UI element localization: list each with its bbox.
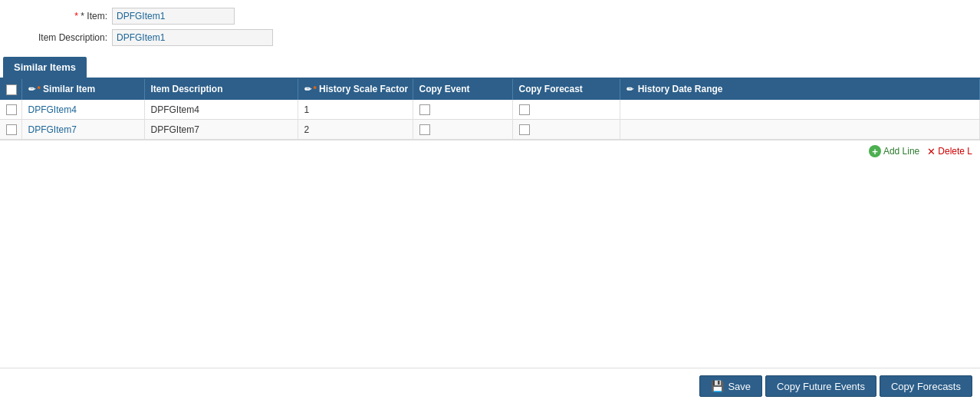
item-row: * * Item:	[15, 8, 965, 25]
pencil-icon-history: ✏	[304, 84, 311, 94]
similar-items-table-wrapper: ✏* Similar Item Item Description ✏* Hist…	[0, 78, 980, 140]
copy-forecasts-label: Copy Forecasts	[891, 381, 961, 392]
save-button[interactable]: 💾 Save	[699, 375, 762, 397]
add-icon: +	[869, 145, 881, 157]
col-header-history-date: ✏ History Date Range	[620, 79, 980, 100]
row-checkbox-cell	[0, 120, 21, 140]
copy-forecast-checkbox-0[interactable]	[519, 104, 530, 115]
form-area: * * Item: Item Description:	[0, 0, 980, 57]
col-header-history-scale: ✏* History Scale Factor	[298, 79, 413, 100]
delete-button[interactable]: ✕ Delete L	[927, 146, 972, 157]
item-label: * * Item:	[15, 11, 107, 21]
row-copy-forecast	[512, 100, 620, 120]
row-history-scale-factor: 1	[298, 100, 413, 120]
similar-item-link-0[interactable]: DPFGItem4	[28, 104, 77, 115]
delete-x-icon: ✕	[927, 146, 936, 157]
similar-item-link-1[interactable]: DPFGItem7	[28, 124, 77, 135]
item-desc-input[interactable]	[112, 29, 273, 46]
item-input[interactable]	[112, 8, 235, 25]
item-label-text: * Item:	[81, 11, 107, 21]
delete-label: Delete L	[938, 146, 972, 157]
col-header-copy-event: Copy Event	[413, 79, 512, 100]
pencil-icon-similar: ✏	[28, 84, 35, 94]
table-row: DPFGItem7DPFGItem72	[0, 120, 980, 140]
row-copy-forecast	[512, 120, 620, 140]
copy-future-events-label: Copy Future Events	[777, 381, 865, 392]
col-header-similar-item: ✏* Similar Item	[21, 79, 144, 100]
row-history-scale-factor: 2	[298, 120, 413, 140]
separator-line	[0, 368, 980, 368]
save-icon: 💾	[711, 380, 724, 392]
col-header-item-desc: Item Description	[144, 79, 298, 100]
table-header-row: ✏* Similar Item Item Description ✏* Hist…	[0, 79, 980, 100]
item-desc-label: Item Description:	[15, 32, 107, 43]
add-delete-bar: + Add Line ✕ Delete L	[0, 140, 980, 162]
row-checkbox-0[interactable]	[6, 104, 17, 115]
copy-event-checkbox-0[interactable]	[419, 104, 430, 115]
row-copy-event	[413, 100, 512, 120]
similar-items-section: Similar Items ✏* Similar Item Item Descr…	[0, 57, 980, 162]
row-checkbox-cell	[0, 100, 21, 120]
footer-bar: 💾 Save Copy Future Events Copy Forecasts	[692, 369, 980, 403]
row-copy-event	[413, 120, 512, 140]
row-item-desc: DPFGItem4	[144, 100, 298, 120]
table-row: DPFGItem4DPFGItem41	[0, 100, 980, 120]
row-similar-item: DPFGItem7	[21, 120, 144, 140]
copy-forecasts-button[interactable]: Copy Forecasts	[880, 375, 972, 397]
row-history-date-range	[620, 120, 980, 140]
similar-items-table: ✏* Similar Item Item Description ✏* Hist…	[0, 79, 980, 140]
add-line-label: Add Line	[883, 146, 919, 157]
col-header-checkbox[interactable]	[0, 79, 21, 100]
pencil-icon-histdate: ✏	[626, 84, 633, 94]
header-checkbox[interactable]	[6, 84, 17, 95]
table-body: DPFGItem4DPFGItem41DPFGItem7DPFGItem72	[0, 100, 980, 140]
similar-items-header[interactable]: Similar Items	[3, 57, 87, 78]
row-checkbox-1[interactable]	[6, 124, 17, 135]
copy-event-checkbox-1[interactable]	[419, 124, 430, 135]
required-star: *	[74, 11, 78, 21]
row-item-desc: DPFGItem7	[144, 120, 298, 140]
copy-forecast-checkbox-1[interactable]	[519, 124, 530, 135]
col-header-copy-forecast: Copy Forecast	[512, 79, 620, 100]
copy-future-events-button[interactable]: Copy Future Events	[765, 375, 876, 397]
add-line-button[interactable]: + Add Line	[869, 145, 919, 157]
row-similar-item: DPFGItem4	[21, 100, 144, 120]
save-label: Save	[728, 381, 751, 392]
row-history-date-range	[620, 100, 980, 120]
item-desc-row: Item Description:	[15, 29, 965, 46]
